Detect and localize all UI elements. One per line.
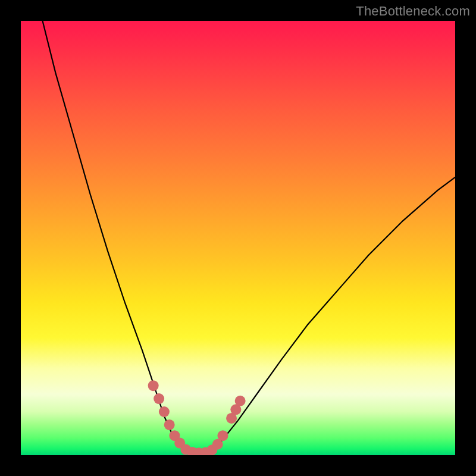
curve-marker: [230, 404, 241, 415]
curve-marker: [212, 439, 223, 450]
watermark-text: TheBottleneck.com: [356, 4, 470, 19]
curve-marker: [206, 444, 217, 455]
chart-svg: [21, 21, 455, 455]
curve-marker: [200, 447, 211, 455]
curve-marker: [193, 447, 204, 455]
curve-marker: [169, 430, 180, 441]
curve-marker: [235, 396, 246, 406]
curve-marker: [187, 447, 198, 455]
bottleneck-curve: [43, 21, 456, 453]
plot-area: [21, 21, 455, 455]
curve-markers: [148, 380, 246, 455]
curve-marker: [154, 393, 164, 404]
curve-marker: [174, 438, 185, 449]
curve-marker: [159, 406, 170, 417]
curve-marker: [217, 430, 228, 441]
curve-marker: [148, 380, 159, 391]
curve-marker: [164, 419, 175, 430]
curve-marker: [226, 413, 237, 424]
curve-marker: [180, 444, 191, 455]
chart-frame: TheBottleneck.com: [0, 0, 476, 476]
